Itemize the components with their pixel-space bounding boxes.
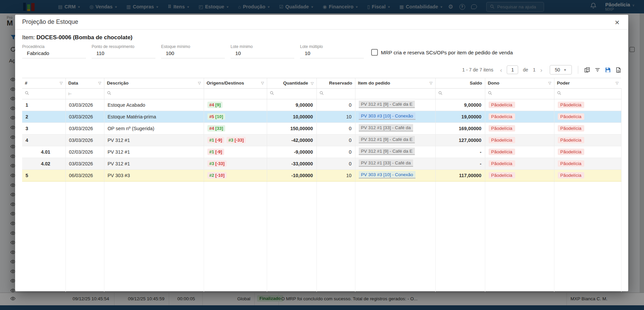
holder-chip[interactable]: Pãodelícia [558,113,584,120]
filter-funnel-icon[interactable]: ▽ [616,81,618,85]
filter-cell-saldo[interactable] [435,88,485,99]
table-row[interactable]: 506/03/2026PV 303 #3#2 [-10]-10,0000010P… [22,169,621,181]
owner-chip[interactable]: Pãodelícia [489,125,515,132]
badge-ref: #5 [209,114,214,119]
mrp-per-order-checkbox[interactable]: MRP cria e reserva SCs/OPs por item de p… [371,49,513,56]
owner-chip[interactable]: Pãodelícia [489,149,515,155]
cell-saldo: 117,00000 [435,169,485,181]
filter-cell-poder[interactable] [554,88,621,99]
search-icon [107,91,111,96]
filter-cell-qty[interactable] [267,88,316,99]
order-item-chip[interactable]: PV 312 #1 [33] - Café da [359,124,413,132]
owner-chip[interactable]: Pãodelícia [489,172,515,178]
filter-cell-dono[interactable] [485,88,554,99]
column-header-qty[interactable]: Quantidade▽ [267,78,316,88]
filter-row-toggle-icon[interactable] [595,67,600,73]
table-row[interactable]: 203/03/2026Estoque Matéria-prima#5 [10]1… [22,111,621,122]
next-page-icon[interactable]: › [540,67,542,73]
badge-ref: #1 [209,149,214,154]
origin-badge[interactable]: #4 [33] [207,125,225,132]
column-header-order[interactable]: ▽Item do pedido [355,78,435,88]
item-label: Item: [22,34,35,41]
owner-chip[interactable]: Pãodelícia [489,137,515,143]
save-layout-icon[interactable] [605,67,611,73]
origin-badge[interactable]: #1 [-9] [207,149,224,155]
page-size-select[interactable]: 50 ▼ [550,65,572,74]
order-item-chip[interactable]: PV 312 #1 [9] - Café da E [359,101,415,108]
field-procede-ncia-input[interactable]: Fabricado [22,49,86,58]
owner-chip[interactable]: Pãodelícia [489,160,515,167]
filter-funnel-icon[interactable]: ▽ [60,81,62,85]
origin-badge[interactable]: #1 [-9] [207,137,224,143]
reset-layout-icon[interactable] [615,67,621,73]
column-header-poder[interactable]: ▽Poder [554,78,621,88]
filter-funnel-icon[interactable]: ▽ [311,81,313,85]
cell-origins: #4 [9] [204,99,267,111]
filter-funnel-icon[interactable]: ▽ [98,81,101,85]
filter-funnel-icon[interactable]: ▽ [548,81,551,85]
column-header-num[interactable]: ▽# [22,78,65,88]
owner-chip[interactable]: Pãodelícia [489,102,515,108]
close-icon[interactable]: × [612,17,622,28]
cell-dono: Pãodelícia [485,146,554,158]
badge-value: [-33] [235,138,244,143]
column-header-dono[interactable]: ▽Dono [485,78,554,88]
badge-ref: #3 [229,138,233,143]
filter-cell-reserved[interactable] [316,88,355,99]
filter-funnel-icon[interactable]: ▽ [198,81,201,85]
cell-reserved: 0 [316,99,355,111]
holder-chip[interactable]: Pãodelícia [558,160,584,167]
order-item-chip[interactable]: PV 303 #3 [10] - Conexão [359,171,415,178]
origin-badge[interactable]: #2 [-10] [207,172,227,178]
column-header-reserved[interactable]: Reservado [316,78,355,88]
filter-cell-desc[interactable] [104,88,204,99]
holder-chip[interactable]: Pãodelícia [558,125,584,132]
field-lote-mi-nimo: Lote mínimo10 [231,44,294,63]
holder-chip[interactable]: Pãodelícia [558,137,584,143]
field-ponto-de-ressuprimento-input[interactable]: 110 [92,49,155,58]
origin-badge[interactable]: #4 [9] [207,102,223,108]
checkbox-icon[interactable] [371,49,378,56]
holder-chip[interactable]: Pãodelícia [558,102,584,108]
column-header-saldo[interactable]: Saldo [435,78,485,88]
cell-qty: 150,00000 [267,122,316,134]
stock-projection-modal: Projeção de Estoque × Item: DOCES-0006 (… [15,15,628,291]
table-row[interactable]: 4.0102/03/2026PV 312 #1#1 [-9]-9,000000P… [22,146,621,158]
table-row[interactable]: 403/03/2026PV 312 #1#1 [-9]#3 [-33]-42,0… [22,134,621,146]
cell-reserved: 0 [316,158,355,169]
holder-chip[interactable]: Pãodelícia [558,172,584,178]
table-row[interactable]: 303/03/2026OP sem nº (Sugerida)#4 [33]15… [22,122,621,134]
owner-chip[interactable]: Pãodelícia [489,113,515,120]
filter-cell-date[interactable]: ⊢ [65,88,104,99]
cell-reserved: 0 [316,134,355,146]
order-item-chip[interactable]: PV 312 #1 [9] - Café da E [359,148,415,155]
field-lote-mu-ltiplo-input[interactable]: 10 [300,49,364,58]
badge-value: [33] [215,126,223,131]
cell-order: PV 312 #1 [33] - Café da [355,158,435,169]
column-header-desc[interactable]: ▽Descrição [104,78,204,88]
origin-badge[interactable]: #5 [10] [207,113,225,120]
order-item-chip[interactable]: PV 303 #3 [10] - Conexão [359,112,415,120]
field-estoque-mi-nimo-input[interactable]: 100 [161,49,225,58]
order-item-chip[interactable]: PV 312 #1 [9] - Café da E [359,136,415,143]
filter-funnel-icon[interactable]: ▽ [261,81,264,85]
table-row[interactable]: 103/03/2026Estoque Acabado#4 [9]9,000000… [22,99,621,111]
origin-badge[interactable]: #3 [-33] [207,160,227,167]
empty-cell [104,181,204,292]
column-header-date[interactable]: ▽Data [65,78,104,88]
prev-page-icon[interactable]: ‹ [500,67,502,73]
filter-funnel-icon[interactable]: ▽ [430,81,432,85]
page-number-input[interactable]: 1 [507,65,518,74]
cell-reserved: 0 [316,122,355,134]
holder-chip[interactable]: Pãodelícia [558,149,584,155]
column-chooser-icon[interactable] [584,67,590,73]
field-lote-mi-nimo-input[interactable]: 10 [231,49,294,58]
cell-desc: PV 312 #1 [104,158,204,169]
column-header-origins[interactable]: ▽Origens/Destinos [204,78,267,88]
filter-cell-order[interactable] [355,88,435,99]
filter-cell-num[interactable] [22,88,65,99]
origin-badge[interactable]: #3 [-33] [227,137,246,143]
table-row[interactable]: 4.0203/03/2026PV 312 #1#3 [-33]-33,00000… [22,158,621,169]
filter-cell-origins[interactable] [204,88,267,99]
order-item-chip[interactable]: PV 312 #1 [33] - Café da [359,159,413,167]
